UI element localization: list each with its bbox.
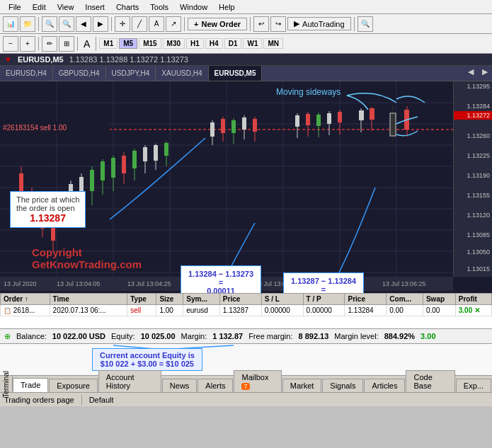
svg-rect-45	[154, 145, 158, 161]
svg-rect-37	[111, 158, 115, 178]
copyright-text: Copyright	[32, 246, 142, 258]
tp-cell: 0.00000	[303, 305, 345, 316]
profit-line1: 1.13287 − 1.13284	[291, 277, 356, 285]
svg-rect-39	[122, 156, 126, 173]
time-cell: 2020.07.13 06:...	[50, 305, 127, 316]
menu-file[interactable]: File	[3, 3, 27, 11]
col-order: Order ↑	[1, 294, 50, 305]
sell-badge: sell	[130, 306, 141, 314]
crosshair-btn[interactable]: ✛	[115, 16, 130, 32]
commission-cell: 0.00	[387, 305, 423, 316]
tab-articles[interactable]: Articles	[364, 379, 405, 392]
forward-btn[interactable]: ↪	[270, 16, 286, 32]
scroll-left-btn[interactable]: ◀	[76, 16, 91, 32]
balance-bar: ⊕ Balance: 10 022.00 USD Equity: 10 025.…	[0, 328, 492, 344]
menu-insert[interactable]: Insert	[79, 3, 110, 11]
scroll-right-btn[interactable]: ▶	[93, 16, 108, 32]
tab-mailbox[interactable]: Mailbox 7	[234, 370, 281, 392]
profit-annotation: 1.13287 − 1.13284 = 0.00003 = 0.3 pips p…	[283, 272, 364, 293]
col-symbol: Sym...	[183, 294, 220, 305]
tf-mn[interactable]: MN	[263, 38, 283, 49]
tf-h4[interactable]: H4	[205, 38, 223, 49]
select-btn[interactable]: +	[20, 36, 35, 52]
open-price-annotation: The price at whichthe order is open 1.13…	[10, 191, 86, 228]
order-table-area: Order ↑ Time Type Size Sym... Price S / …	[0, 293, 492, 328]
status-left: Trading orders page	[4, 396, 74, 404]
status-right: Default	[89, 396, 114, 404]
new-chart-btn[interactable]: 📊	[3, 16, 18, 32]
tab-alerts[interactable]: Alerts	[198, 379, 233, 392]
total-profit-value: 3.00	[421, 332, 435, 340]
type-cell: sell	[127, 305, 156, 316]
price-level-7: 1.13120	[454, 212, 492, 219]
draw-btn[interactable]: −	[3, 36, 18, 52]
table-row[interactable]: 📋 2618... 2020.07.13 06:... sell 1.00 eu…	[1, 305, 492, 316]
chart-tab-eurusd-h4[interactable]: EURUSD,H4	[0, 66, 53, 81]
tf-m1[interactable]: M1	[99, 38, 118, 49]
tab-account-history[interactable]: Account History	[98, 370, 161, 392]
tf-d1[interactable]: D1	[224, 38, 242, 49]
menu-bar: File Edit View Insert Charts Tools Windo…	[0, 0, 492, 14]
zoom-out-btn[interactable]: 🔍	[59, 16, 74, 32]
svg-rect-53	[231, 120, 236, 133]
menu-tools[interactable]: Tools	[144, 3, 174, 11]
chart-tab-eurusd-m5[interactable]: EURUSD,M5	[209, 66, 263, 81]
chart-tab-gbpusd-h4[interactable]: GBPUSD,H4	[53, 66, 106, 81]
tab-exposure[interactable]: Exposure	[49, 379, 97, 392]
menu-charts[interactable]: Charts	[110, 3, 144, 11]
col-tp: T / P	[303, 294, 345, 305]
tf-m5[interactable]: M5	[119, 38, 137, 49]
svg-rect-47	[164, 143, 168, 156]
profit-cell: 3.00 ✕	[455, 305, 491, 316]
swap-cell: 0.00	[423, 305, 455, 316]
svg-rect-55	[242, 117, 246, 130]
mailbox-badge: 7	[241, 383, 249, 390]
tf-w1[interactable]: W1	[243, 38, 262, 49]
chart-nav-right[interactable]: ▶	[478, 66, 492, 81]
back-btn[interactable]: ↩	[253, 16, 269, 32]
tab-codebase[interactable]: Code Base	[406, 370, 454, 392]
bottom-tabs: Terminal Trade Exposure Account History …	[0, 375, 492, 392]
tf-m15[interactable]: M15	[139, 38, 161, 49]
menu-edit[interactable]: Edit	[27, 3, 52, 11]
equity-annotation-line2: $10 022 + $3.00 = $10 025	[100, 360, 195, 368]
main-toolbar: 📊 📁 🔍 🔍 ◀ ▶ ✛ ╱ A ↗ + New Order ↩ ↪ ▶ Au…	[0, 14, 492, 34]
new-order-button[interactable]: + New Order	[188, 18, 247, 30]
tab-exp[interactable]: Exp...	[456, 379, 491, 392]
menu-view[interactable]: View	[52, 3, 80, 11]
tab-market[interactable]: Market	[282, 379, 322, 392]
line-btn[interactable]: ╱	[132, 16, 147, 32]
toolbar-sep-5	[354, 17, 355, 31]
close-chart-icon[interactable]: ▼	[4, 55, 12, 64]
size-cell: 1.00	[156, 305, 183, 316]
open-btn[interactable]: 📁	[20, 16, 35, 32]
text-btn[interactable]: A	[149, 16, 164, 32]
expand-orders-icon[interactable]: ⊕	[4, 332, 11, 341]
menu-window[interactable]: Window	[174, 3, 213, 11]
autotrading-label: AutoTrading	[302, 20, 345, 28]
autotrading-button[interactable]: ▶ AutoTrading	[287, 17, 351, 30]
svg-rect-61	[306, 114, 310, 125]
tf-sep3	[96, 37, 96, 51]
pen-btn[interactable]: ✏	[42, 36, 57, 52]
chart-tab-xauusd-h4[interactable]: XAUUSD,H4	[156, 66, 208, 81]
tab-signals[interactable]: Signals	[322, 379, 363, 392]
fib-btn[interactable]: ⊞	[59, 36, 74, 52]
tf-h1[interactable]: H1	[186, 38, 204, 49]
chart-tab-usdjpy-h4[interactable]: USDJPY,H4	[106, 66, 156, 81]
tab-trade[interactable]: Trade	[13, 378, 48, 392]
toolbar-sep-1	[38, 17, 39, 31]
tab-news[interactable]: News	[162, 379, 198, 392]
chart-symbol-label: EURUSD,M5	[18, 55, 64, 64]
margin-value: 1 132.87	[212, 332, 243, 340]
tf-sep	[38, 37, 39, 51]
arrow-btn[interactable]: ↗	[166, 16, 181, 32]
tf-m30[interactable]: M30	[163, 38, 185, 49]
chart-nav-left[interactable]: ◀	[464, 66, 478, 81]
col-commission: Com...	[387, 294, 423, 305]
spread-line2: =	[188, 278, 253, 287]
zoom-in-btn[interactable]: 🔍	[42, 16, 57, 32]
terminal-label[interactable]: Terminal	[0, 376, 13, 392]
search-btn[interactable]: 🔍	[357, 16, 373, 32]
menu-help[interactable]: Help	[213, 3, 241, 11]
